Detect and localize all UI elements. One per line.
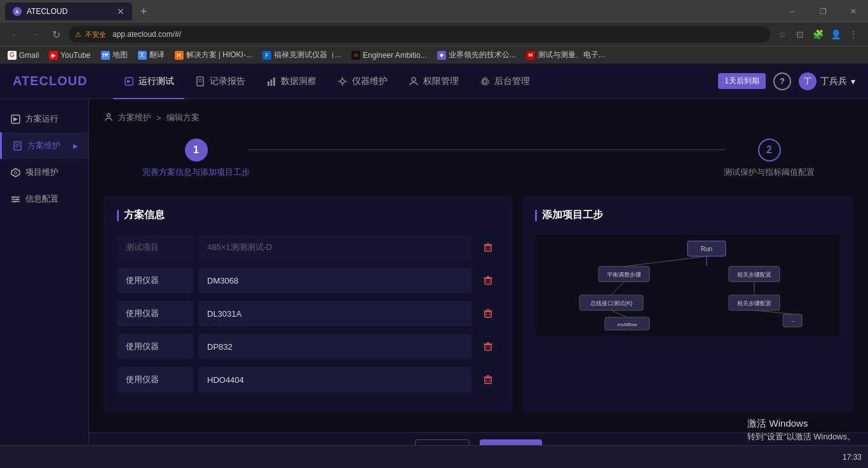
tab-label: ATECLOUD xyxy=(27,7,67,16)
bookmark-yeling-label: 业界领先的技术公... xyxy=(449,50,516,60)
close-button[interactable]: ✕ xyxy=(839,0,868,23)
fuluoke-icon: F xyxy=(262,51,271,60)
nav-right: 1天后到期 ? 丁 丁兵兵 ▾ xyxy=(718,72,855,90)
svg-rect-38 xyxy=(485,312,491,317)
delete-button-1[interactable] xyxy=(477,302,499,325)
project-maintain-icon xyxy=(10,167,20,177)
bookmark-hioki[interactable]: H 解决方案 | HIOKI-... xyxy=(175,50,252,60)
svg-point-13 xyxy=(483,79,487,83)
nav-run-test[interactable]: 运行测试 xyxy=(113,64,184,99)
bookmark-youtube[interactable]: ▶ YouTube xyxy=(49,51,90,60)
form-value-0: DM3068 xyxy=(198,268,471,293)
svg-rect-43 xyxy=(485,345,491,350)
help-button[interactable]: ? xyxy=(773,72,791,90)
map-icon: 🗺 xyxy=(101,51,110,60)
delete-button-truncated[interactable] xyxy=(477,236,499,259)
sidebar-item-plan-maintain[interactable]: 方案维护 ▶ xyxy=(0,132,88,159)
sidebar-item-project-maintain[interactable]: 项目维护 xyxy=(0,159,88,186)
youtube-icon: ▶ xyxy=(49,51,58,60)
sidebar: 方案运行 方案维护 ▶ 项目维护 信息配置 xyxy=(0,99,89,468)
diagram-area: Run 平衡调整步骤 相关步骤配置 总线接口测试(R) xyxy=(535,235,840,336)
form-row-dl3031a: 使用仪器 DL3031A xyxy=(117,301,499,326)
sidebar-plan-run-label: 方案运行 xyxy=(25,113,58,125)
minimize-button[interactable]: ─ xyxy=(778,0,807,23)
form-label-2: 使用仪器 xyxy=(117,334,193,359)
app-container: ATECLOUD 运行测试 记录报告 数据洞察 xyxy=(0,64,868,468)
info-config-icon xyxy=(10,194,20,204)
browser-nav: ← → ↻ ⚠ 不安全 app.atecloud.com/#/ ☆ ⊡ 🧩 👤 … xyxy=(0,23,868,46)
form-label-0: 使用仪器 xyxy=(117,268,193,293)
plan-info-title-text: 方案信息 xyxy=(124,209,165,222)
sidebar-item-plan-run[interactable]: 方案运行 xyxy=(0,106,88,132)
sidebar-plan-maintain-label: 方案维护 xyxy=(27,140,60,151)
menu-button[interactable]: ⋮ xyxy=(846,27,860,41)
content-panels: 方案信息 测试项目 485×1测测测试-D 使用仪器 DM3068 xyxy=(104,196,853,413)
step-2-label: 测试保护与指标阈值配置 xyxy=(724,167,815,178)
expire-badge[interactable]: 1天后到期 xyxy=(718,73,766,89)
tab-favicon: A xyxy=(13,7,22,16)
nav-data-insight-label: 数据洞察 xyxy=(281,76,316,87)
form-label-1: 使用仪器 xyxy=(117,301,193,326)
breadcrumb-icon xyxy=(104,113,113,123)
back-button[interactable]: ← xyxy=(8,27,23,42)
form-label-3: 使用仪器 xyxy=(117,367,193,392)
bookmark-fuluoke[interactable]: F 福禄克测试仪器（... xyxy=(262,50,341,60)
bookmark-map[interactable]: 🗺 地图 xyxy=(101,50,128,60)
new-tab-button[interactable]: + xyxy=(135,3,153,20)
nav-backend-manage[interactable]: 后台管理 xyxy=(469,64,540,99)
bookmark-gmail[interactable]: G Gmail xyxy=(8,51,39,60)
backend-manage-icon xyxy=(479,76,491,87)
address-bar[interactable]: ⚠ 不安全 app.atecloud.com/#/ xyxy=(69,26,770,43)
hioki-icon: H xyxy=(175,51,184,60)
bookmark-ceshi[interactable]: M 测试与测量、电子... xyxy=(526,50,605,60)
add-steps-title: 添加项目工步 xyxy=(535,209,840,222)
breadcrumb-parent[interactable]: 方案维护 xyxy=(118,112,151,123)
nav-data-insight[interactable]: 数据洞察 xyxy=(255,64,327,99)
forward-button[interactable]: → xyxy=(28,27,43,42)
app-logo: ATECLOUD xyxy=(13,74,88,88)
bookmark-engr[interactable]: nl Engineer Ambitio... xyxy=(351,51,427,60)
engr-icon: nl xyxy=(351,51,360,60)
svg-point-12 xyxy=(412,78,416,81)
step-2[interactable]: 2 测试保护与指标阈值配置 xyxy=(724,139,815,178)
form-value-2: DP832 xyxy=(198,334,471,359)
nav-permission-manage[interactable]: 权限管理 xyxy=(398,64,469,99)
security-label: 不安全 xyxy=(85,30,106,39)
ceshi-icon: M xyxy=(526,51,535,60)
bookmark-yeling[interactable]: ◆ 业界领先的技术公... xyxy=(437,50,516,60)
reload-button[interactable]: ↻ xyxy=(48,27,64,42)
run-test-icon xyxy=(123,76,135,87)
nav-instrument-maintain[interactable]: 仪器维护 xyxy=(327,64,398,99)
yeling-icon: ◆ xyxy=(437,51,446,60)
nav-record-report[interactable]: 记录报告 xyxy=(184,64,255,99)
step-connector xyxy=(248,149,725,150)
bookmark-youtube-label: YouTube xyxy=(60,51,90,60)
step-2-circle: 2 xyxy=(758,139,781,162)
user-name: 丁兵兵 xyxy=(820,76,847,87)
step-1-circle: 1 xyxy=(185,139,208,162)
cast-button[interactable]: ⊡ xyxy=(793,27,807,41)
profile-button[interactable]: 👤 xyxy=(829,27,843,41)
form-row-dp832: 使用仪器 DP832 xyxy=(117,334,499,359)
panel-title-bar-right xyxy=(535,210,537,221)
delete-button-3[interactable] xyxy=(477,368,499,391)
sidebar-info-config-label: 信息配置 xyxy=(25,193,58,205)
nav-instrument-maintain-label: 仪器维护 xyxy=(352,76,388,87)
bookmark-translate[interactable]: 文 翻译 xyxy=(138,50,165,60)
nav-record-report-label: 记录报告 xyxy=(210,76,245,87)
delete-button-2[interactable] xyxy=(477,335,499,358)
user-info[interactable]: 丁 丁兵兵 ▾ xyxy=(799,72,855,90)
step-1-label: 完善方案信息与添加项目工步 xyxy=(142,167,250,178)
extensions-button[interactable]: 🧩 xyxy=(811,27,825,41)
tab-close-button[interactable]: ✕ xyxy=(117,6,125,17)
taskbar-time: 17:33 xyxy=(843,453,862,462)
nav-items: 运行测试 记录报告 数据洞察 仪器维护 xyxy=(113,64,719,99)
maximize-button[interactable]: ❐ xyxy=(808,0,837,23)
step-1[interactable]: 1 完善方案信息与添加项目工步 xyxy=(142,139,250,178)
browser-actions: ☆ ⊡ 🧩 👤 ⋮ xyxy=(775,27,860,41)
sidebar-item-info-config[interactable]: 信息配置 xyxy=(0,186,88,212)
bookmark-star-button[interactable]: ☆ xyxy=(775,27,789,41)
delete-button-0[interactable] xyxy=(477,269,499,292)
svg-point-7 xyxy=(341,79,344,83)
browser-tab-active[interactable]: A ATECLOUD ✕ xyxy=(5,3,132,20)
